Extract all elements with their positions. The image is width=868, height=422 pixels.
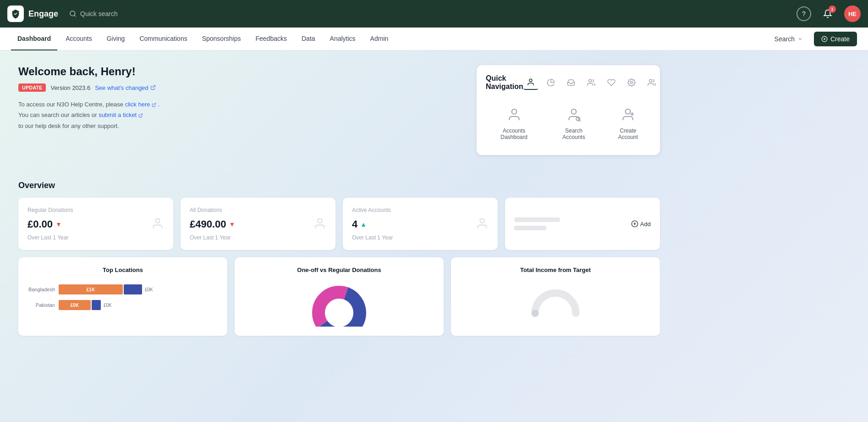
update-badge: UPDATE [18, 83, 46, 92]
top-bar-right: ? 1 HE [797, 6, 861, 22]
qn-tab-inbox[interactable] [564, 75, 578, 90]
svg-point-10 [649, 79, 652, 82]
help-text-1: To access our N3O Help Centre, please [18, 101, 123, 108]
add-widget-button[interactable]: Add [631, 220, 651, 228]
help-text-3: to our help desk for any other support. [18, 122, 119, 129]
regular-donations-value: £0.00 ▼ [27, 218, 62, 230]
svg-line-4 [153, 86, 155, 89]
qn-item-search-accounts[interactable]: Search Accounts [549, 100, 598, 146]
qn-item-accounts-dashboard[interactable]: Accounts Dashboard [486, 100, 542, 146]
regular-donations-period: Over Last 1 Year [27, 234, 164, 241]
active-accounts-period: Over Last 1 Year [352, 234, 489, 241]
nav-item-giving[interactable]: Giving [100, 28, 132, 50]
accounts-dashboard-icon [505, 106, 523, 124]
overview-section: Overview Regular Donations £0.00 ▼ [18, 181, 660, 336]
regular-donations-value-row: £0.00 ▼ [27, 217, 164, 232]
active-accounts-person-icon [476, 217, 489, 232]
nav-item-data[interactable]: Data [295, 28, 322, 50]
total-income-title: Total Income from Target [460, 267, 651, 273]
click-here-link[interactable]: click here [125, 101, 158, 108]
nav-item-analytics[interactable]: Analytics [324, 28, 362, 50]
user-avatar[interactable]: HE [844, 6, 861, 22]
svg-point-18 [155, 219, 159, 223]
quick-nav-title: Quick Navigation [486, 74, 523, 91]
create-label: Create [830, 35, 850, 43]
see-changes-link[interactable]: See what's changed [95, 84, 156, 91]
app-name: Engage [28, 9, 58, 19]
bar-wrap-pakistan: £0K £0K [59, 300, 218, 310]
help-text: To access our N3O Help Centre, please cl… [18, 99, 466, 131]
svg-point-0 [70, 11, 75, 16]
all-donations-person-icon [313, 217, 326, 232]
quick-nav-items: Accounts Dashboard Search Acco [486, 100, 651, 146]
bar-row-bangladesh: Bangladesh £1K £0K [27, 284, 218, 294]
logo-icon[interactable] [7, 6, 24, 22]
stat-card-active-accounts: Active Accounts 4 ▲ [343, 198, 498, 250]
svg-line-6 [140, 114, 143, 116]
submit-ticket-link[interactable]: submit a ticket [99, 111, 143, 118]
stat-card-all-donations: All Donations £490.00 ▼ [181, 198, 335, 250]
accounts-dashboard-label: Accounts Dashboard [493, 128, 535, 140]
qn-item-create-account[interactable]: Create Account [605, 100, 651, 146]
charts-row: Top Locations Bangladesh £1K £0K [18, 257, 660, 336]
qn-tab-group[interactable] [584, 75, 599, 90]
add-card-content [514, 217, 560, 230]
quick-nav-header: Quick Navigation [486, 74, 651, 91]
regular-donations-amount: £0.00 [27, 218, 53, 230]
active-accounts-value: 4 ▲ [352, 218, 367, 230]
quick-nav-card: Quick Navigation [477, 65, 660, 155]
search-button[interactable]: Search [769, 33, 808, 45]
help-text-2: You can search our articles or [18, 111, 97, 118]
chart-one-off-regular: One-off vs Regular Donations [235, 257, 444, 336]
help-button[interactable]: ? [797, 6, 811, 21]
svg-point-11 [511, 109, 516, 114]
gauge-wrap [460, 281, 651, 317]
update-badge-row: UPDATE Version 2023.6 See what's changed [18, 83, 466, 92]
notification-badge: 1 [829, 6, 836, 13]
nav-item-dashboard[interactable]: Dashboard [11, 28, 57, 50]
qn-tab-users[interactable] [644, 75, 659, 90]
svg-point-15 [626, 109, 631, 114]
svg-line-5 [154, 103, 156, 106]
nav-item-admin[interactable]: Admin [364, 28, 395, 50]
bar-seg-pakistan-1: £0K [59, 300, 91, 310]
bar-seg-pakistan-2 [92, 300, 101, 310]
overview-title: Overview [18, 181, 660, 190]
qn-tab-heart[interactable] [604, 75, 619, 90]
one-off-title: One-off vs Regular Donations [244, 267, 434, 273]
bar-label-bangladesh: Bangladesh [27, 287, 55, 292]
top-search[interactable]: Quick search [69, 10, 118, 17]
svg-point-7 [529, 79, 532, 82]
regular-donations-label: Regular Donations [27, 207, 164, 213]
regular-donations-trend: ▼ [55, 221, 62, 228]
search-placeholder: Quick search [80, 10, 118, 17]
svg-point-19 [318, 219, 322, 223]
main-content: Welcome back, Henry! UPDATE Version 2023… [0, 50, 868, 422]
search-accounts-label: Search Accounts [557, 128, 591, 140]
qn-tab-person[interactable] [523, 75, 538, 90]
active-accounts-trend: ▲ [360, 221, 367, 228]
nav-item-feedbacks[interactable]: Feedbacks [249, 28, 293, 50]
all-donations-trend: ▼ [229, 221, 236, 228]
nav-item-sponsorships[interactable]: Sponsorships [196, 28, 247, 50]
stat-card-add: Add [505, 198, 660, 250]
bar-val-pakistan: £0K [104, 303, 112, 308]
svg-point-20 [480, 219, 484, 223]
top-bar: Engage Quick search ? 1 HE [0, 0, 868, 28]
svg-point-9 [631, 82, 633, 84]
top-locations-chart: Bangladesh £1K £0K Pakistan [27, 281, 218, 319]
qn-tab-settings[interactable] [624, 75, 639, 90]
notifications-button[interactable]: 1 [820, 6, 835, 21]
qn-tab-pie[interactable] [544, 75, 558, 90]
all-donations-amount: £490.00 [190, 218, 226, 230]
nav-item-accounts[interactable]: Accounts [59, 28, 99, 50]
all-donations-value-row: £490.00 ▼ [190, 217, 326, 232]
svg-point-8 [589, 79, 592, 82]
nav-item-communications[interactable]: Communications [133, 28, 193, 50]
secondary-nav: Dashboard Accounts Giving Communications… [0, 28, 868, 50]
content-grid: Welcome back, Henry! UPDATE Version 2023… [18, 65, 660, 336]
donut-wrap [244, 281, 434, 327]
chart-total-income: Total Income from Target [451, 257, 660, 336]
active-accounts-amount: 4 [352, 218, 357, 230]
create-button[interactable]: Create [814, 32, 857, 46]
